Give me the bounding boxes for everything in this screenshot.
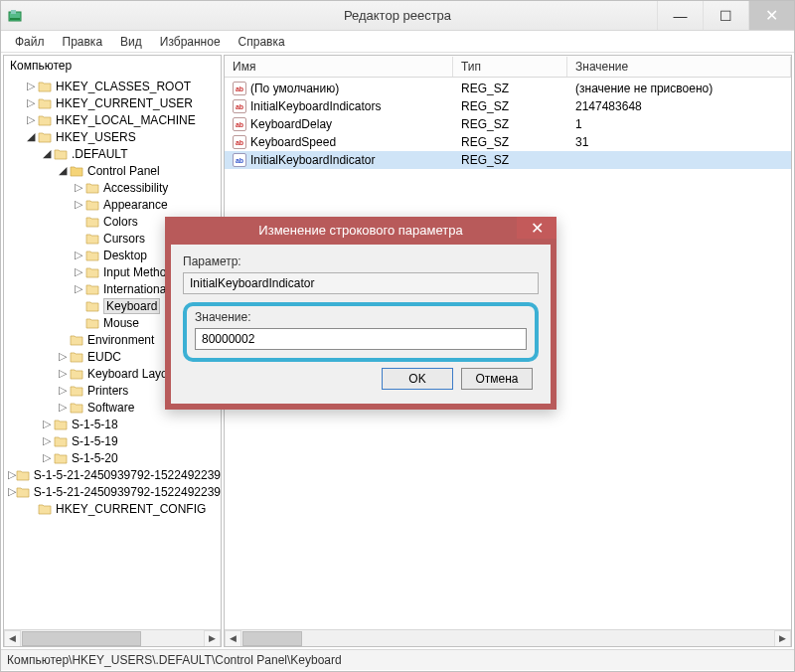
tree-node[interactable]: ▷S-1-5-21-2450939792-1522492239	[4, 466, 221, 483]
expand-icon[interactable]: ◢	[56, 164, 70, 177]
tree-node-label: Appearance	[103, 198, 168, 212]
tree-node-label: S-1-5-19	[72, 434, 118, 448]
tree-root-label[interactable]: Компьютер	[4, 56, 221, 76]
svg-rect-2	[10, 18, 20, 20]
tree-node[interactable]: HKEY_CURRENT_CONFIG	[4, 500, 221, 517]
tree-node-label: Environment	[87, 333, 154, 347]
folder-icon	[38, 131, 52, 143]
value-label: Значение:	[195, 310, 527, 324]
tree-node[interactable]: ▷HKEY_CLASSES_ROOT	[4, 78, 221, 94]
tree-node-label: HKEY_CURRENT_CONFIG	[56, 502, 206, 516]
menu-file[interactable]: Файл	[7, 33, 53, 51]
tree-node-label: Control Panel	[87, 164, 160, 178]
tree-node-label: Desktop	[103, 249, 147, 262]
menu-help[interactable]: Справка	[231, 33, 293, 51]
tree-node-label: International	[103, 282, 169, 296]
folder-icon	[85, 283, 99, 295]
value-input[interactable]	[195, 328, 527, 350]
expand-icon[interactable]: ▷	[40, 451, 54, 464]
tree-hscroll[interactable]: ◀ ▶	[4, 629, 221, 646]
list-row[interactable]: abInitialKeyboardIndicatorREG_SZ	[225, 151, 791, 169]
app-icon	[7, 8, 23, 24]
scroll-left-icon[interactable]: ◀	[4, 630, 21, 647]
expand-icon[interactable]: ▷	[24, 80, 38, 92]
expand-icon[interactable]: ▷	[8, 485, 16, 498]
col-value[interactable]: Значение	[567, 57, 791, 77]
tree-node[interactable]: ▷Accessibility	[4, 179, 221, 196]
tree-node[interactable]: ▷S-1-5-19	[4, 432, 221, 449]
folder-icon	[85, 216, 99, 228]
string-value-icon: ab	[233, 82, 246, 95]
expand-icon[interactable]: ▷	[56, 384, 70, 397]
folder-icon	[70, 402, 83, 414]
folder-icon	[54, 452, 68, 464]
expand-icon[interactable]: ▷	[8, 468, 16, 481]
expand-icon[interactable]: ▷	[24, 113, 38, 126]
col-type[interactable]: Тип	[453, 57, 567, 77]
list-row[interactable]: ab(По умолчанию)REG_SZ(значение не присв…	[225, 80, 791, 97]
folder-icon	[54, 148, 68, 160]
tree-node-label: .DEFAULT	[72, 147, 127, 161]
scroll-right-icon[interactable]: ▶	[774, 630, 791, 647]
menu-edit[interactable]: Правка	[55, 33, 111, 51]
expand-icon[interactable]: ◢	[40, 147, 54, 160]
expand-icon[interactable]: ▷	[24, 96, 38, 109]
value-type: REG_SZ	[453, 99, 567, 113]
string-value-icon: ab	[233, 117, 246, 131]
expand-icon[interactable]: ▷	[56, 350, 70, 363]
expand-icon[interactable]: ▷	[72, 198, 85, 211]
menu-favorites[interactable]: Избранное	[152, 33, 229, 51]
menu-view[interactable]: Вид	[112, 33, 150, 51]
tree-node-label: S-1-5-18	[72, 418, 118, 431]
tree-node[interactable]: ▷S-1-5-20	[4, 449, 221, 466]
col-name[interactable]: Имя	[225, 57, 453, 77]
maximize-button[interactable]: ☐	[703, 1, 748, 30]
list-hscroll[interactable]: ◀ ▶	[225, 629, 791, 646]
tree-node[interactable]: ▷S-1-5-21-2450939792-1522492239	[4, 483, 221, 500]
folder-icon	[38, 114, 52, 126]
minimize-button[interactable]: —	[657, 1, 703, 30]
close-button[interactable]: ✕	[748, 1, 794, 30]
svg-rect-1	[11, 10, 16, 14]
tree-node[interactable]: ▷HKEY_LOCAL_MACHINE	[4, 111, 221, 128]
ok-button[interactable]: OK	[382, 368, 453, 390]
tree-node[interactable]: ◢Control Panel	[4, 162, 221, 179]
folder-icon	[70, 368, 83, 380]
scroll-thumb[interactable]	[242, 631, 302, 646]
dialog-titlebar[interactable]: Изменение строкового параметра ✕	[165, 217, 556, 245]
scroll-thumb[interactable]	[22, 631, 141, 646]
expand-icon[interactable]: ▷	[56, 367, 70, 380]
expand-icon[interactable]: ▷	[72, 181, 85, 194]
expand-icon[interactable]: ▷	[40, 418, 54, 430]
value-highlight: Значение:	[183, 302, 539, 362]
cancel-button[interactable]: Отмена	[461, 368, 533, 390]
value-name: KeyboardDelay	[250, 117, 332, 131]
list-row[interactable]: abKeyboardSpeedREG_SZ31	[225, 133, 791, 151]
folder-icon	[70, 165, 83, 177]
expand-icon[interactable]: ▷	[72, 282, 85, 295]
list-header: Имя Тип Значение	[225, 56, 791, 78]
folder-icon	[70, 351, 83, 363]
tree-node[interactable]: ◢HKEY_USERS	[4, 128, 221, 145]
list-row[interactable]: abInitialKeyboardIndicatorsREG_SZ2147483…	[225, 97, 791, 115]
folder-icon	[16, 469, 30, 481]
list-row[interactable]: abKeyboardDelayREG_SZ1	[225, 115, 791, 133]
tree-node[interactable]: ▷Appearance	[4, 196, 221, 213]
tree-node[interactable]: ▷S-1-5-18	[4, 416, 221, 432]
tree-node[interactable]: ◢.DEFAULT	[4, 145, 221, 162]
scroll-right-icon[interactable]: ▶	[204, 630, 221, 647]
folder-icon	[85, 317, 99, 329]
expand-icon[interactable]: ▷	[40, 434, 54, 447]
folder-icon	[85, 199, 99, 211]
tree-node-label: HKEY_USERS	[56, 130, 136, 144]
expand-icon[interactable]: ▷	[72, 265, 85, 278]
string-value-icon: ab	[233, 135, 246, 149]
scroll-left-icon[interactable]: ◀	[225, 630, 241, 647]
expand-icon[interactable]: ▷	[72, 249, 85, 261]
expand-icon[interactable]: ▷	[56, 401, 70, 414]
dialog-close-button[interactable]: ✕	[517, 217, 556, 239]
tree-node[interactable]: ▷HKEY_CURRENT_USER	[4, 94, 221, 111]
expand-icon[interactable]: ◢	[24, 130, 38, 143]
value-name: InitialKeyboardIndicator	[250, 153, 375, 167]
tree-node-label: HKEY_CLASSES_ROOT	[56, 80, 191, 93]
